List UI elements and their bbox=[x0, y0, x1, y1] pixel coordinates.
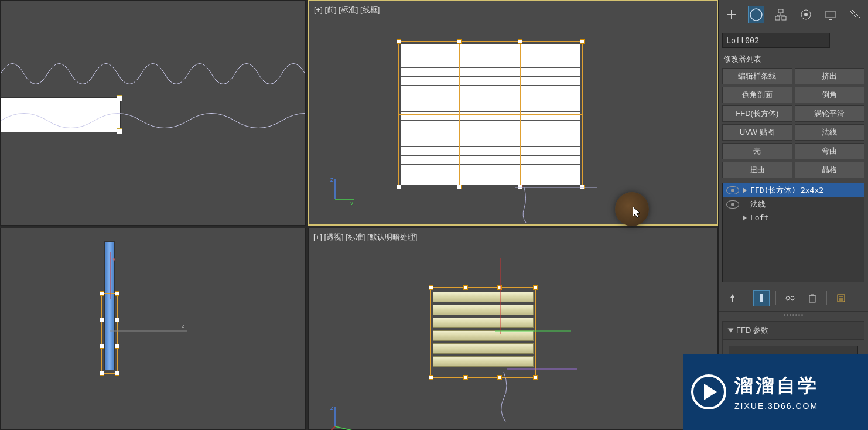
stack-item-label: FFD(长方体) 2x4x2 bbox=[750, 185, 823, 196]
watermark: 溜溜自学 ZIXUE.3D66.COM bbox=[683, 354, 868, 430]
svg-line-14 bbox=[329, 426, 335, 430]
ffd-lattice[interactable] bbox=[398, 41, 583, 187]
mod-btn-shell[interactable]: 壳 bbox=[722, 143, 792, 159]
rollout-title: FFD 参数 bbox=[736, 325, 768, 336]
stack-item-normal[interactable]: 法线 bbox=[723, 197, 864, 211]
hierarchy-tab-icon[interactable] bbox=[773, 6, 789, 23]
svg-rect-32 bbox=[809, 296, 815, 302]
svg-rect-18 bbox=[778, 9, 783, 13]
mod-btn-normal[interactable]: 法线 bbox=[795, 124, 865, 141]
cursor-icon bbox=[633, 206, 642, 218]
create-tab-icon[interactable] bbox=[723, 6, 740, 23]
mod-btn-extrude[interactable]: 挤出 bbox=[795, 68, 865, 84]
mod-btn-ffd-box[interactable]: FFD(长方体) bbox=[722, 105, 792, 122]
watermark-title: 溜溜自学 bbox=[734, 373, 819, 399]
visibility-toggle-icon[interactable] bbox=[726, 200, 739, 209]
axis-gizmo-persp: z bbox=[328, 404, 357, 430]
object-name-input[interactable] bbox=[722, 33, 830, 48]
visibility-toggle-icon[interactable] bbox=[726, 186, 739, 194]
mod-btn-uvw[interactable]: UVW 贴图 bbox=[722, 124, 792, 141]
rollout-header-ffd[interactable]: FFD 参数 bbox=[722, 321, 864, 340]
panel-drag-handle[interactable] bbox=[719, 312, 868, 318]
expand-icon[interactable] bbox=[743, 187, 747, 193]
utilities-tab-icon[interactable] bbox=[847, 6, 863, 23]
modifier-list-label[interactable]: 修改器列表 bbox=[719, 50, 868, 66]
motion-tab-icon[interactable] bbox=[798, 6, 814, 23]
stack-item-loft[interactable]: Loft bbox=[723, 211, 864, 224]
stack-item-ffd[interactable]: FFD(长方体) 2x4x2 bbox=[723, 183, 864, 197]
svg-text:y: y bbox=[112, 256, 115, 262]
remove-modifier-icon[interactable] bbox=[804, 290, 821, 306]
configure-sets-icon[interactable] bbox=[833, 290, 849, 306]
svg-point-26 bbox=[804, 13, 808, 16]
modifier-preset-grid: 编辑样条线 挤出 倒角剖面 倒角 FFD(长方体) 涡轮平滑 UVW 贴图 法线… bbox=[719, 66, 868, 180]
command-panel-tabs bbox=[719, 0, 868, 29]
wave-path-1 bbox=[1, 47, 305, 100]
pin-stack-icon[interactable] bbox=[725, 290, 741, 306]
modify-tab-icon[interactable] bbox=[748, 6, 764, 23]
watermark-subtitle: ZIXUE.3D66.COM bbox=[734, 401, 819, 411]
stack-item-label: Loft bbox=[750, 213, 768, 222]
svg-rect-29 bbox=[760, 294, 763, 302]
stack-toolbar bbox=[719, 285, 868, 312]
axis-gizmo-front: z y bbox=[328, 176, 357, 205]
svg-rect-20 bbox=[782, 16, 786, 20]
mod-btn-bevel[interactable]: 倒角 bbox=[795, 87, 865, 103]
svg-text:z: z bbox=[330, 405, 333, 411]
svg-rect-27 bbox=[826, 11, 835, 18]
axis-lines-left: y z bbox=[105, 252, 199, 369]
gizmo-persp bbox=[495, 252, 612, 428]
mod-btn-edit-spline[interactable]: 编辑样条线 bbox=[722, 68, 792, 84]
display-tab-icon[interactable] bbox=[822, 6, 839, 23]
svg-text:y: y bbox=[350, 200, 353, 205]
make-unique-icon[interactable] bbox=[782, 290, 798, 306]
show-end-result-icon[interactable] bbox=[753, 290, 770, 306]
mod-btn-bevel-prof[interactable]: 倒角剖面 bbox=[722, 87, 792, 103]
stack-item-label: 法线 bbox=[750, 199, 766, 210]
viewport-label-persp[interactable]: [+] [透视] [标准] [默认明暗处理] bbox=[313, 232, 417, 243]
svg-text:z: z bbox=[330, 176, 333, 183]
svg-text:z: z bbox=[182, 323, 184, 329]
mod-btn-lattice[interactable]: 晶格 bbox=[795, 162, 865, 178]
wave-path-2 bbox=[1, 103, 305, 138]
watermark-logo-icon bbox=[691, 374, 726, 409]
highlight-bubble bbox=[615, 192, 649, 226]
svg-point-31 bbox=[791, 296, 794, 300]
rollout-caret-icon bbox=[728, 329, 734, 333]
svg-line-13 bbox=[335, 426, 353, 430]
mod-btn-bend[interactable]: 弯曲 bbox=[795, 143, 865, 159]
viewport-top-left[interactable] bbox=[0, 0, 306, 226]
expand-icon[interactable] bbox=[743, 215, 747, 221]
modifier-stack[interactable]: FFD(长方体) 2x4x2 法线 Loft bbox=[722, 183, 864, 282]
viewport-label-front[interactable]: [+] [前] [标准] [线框] bbox=[314, 5, 380, 15]
mod-btn-turbosmooth[interactable]: 涡轮平滑 bbox=[795, 105, 865, 122]
svg-point-30 bbox=[786, 296, 790, 300]
ffd-object-front bbox=[398, 41, 583, 187]
tail-curve-front bbox=[515, 185, 679, 226]
svg-rect-19 bbox=[775, 16, 780, 20]
mod-btn-twist[interactable]: 扭曲 bbox=[722, 162, 792, 178]
